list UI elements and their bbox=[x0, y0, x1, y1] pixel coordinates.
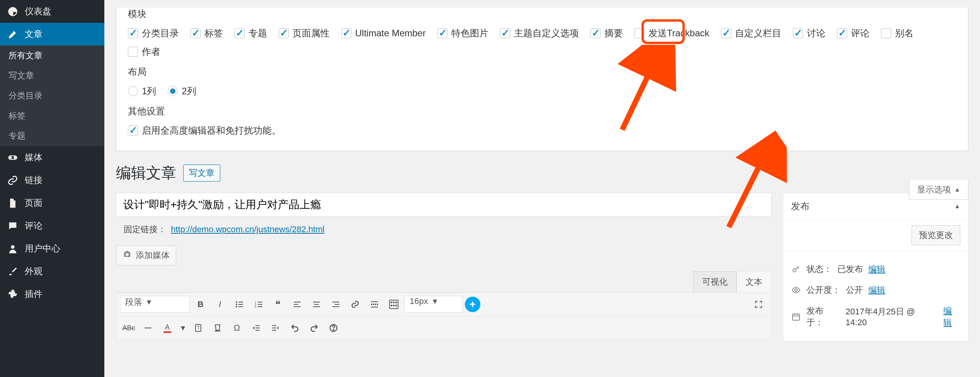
calendar-icon bbox=[791, 312, 801, 322]
module-checkbox-7[interactable] bbox=[590, 28, 601, 38]
edit-visibility-link[interactable]: 编辑 bbox=[868, 284, 885, 296]
module-label-0: 分类目录 bbox=[142, 27, 179, 39]
module-checkbox-0[interactable] bbox=[128, 28, 138, 38]
submenu-all-posts[interactable]: 所有文章 bbox=[0, 46, 104, 66]
fullheight-editor-checkbox[interactable] bbox=[128, 126, 138, 136]
module-option-7[interactable]: 摘要 bbox=[590, 27, 623, 39]
admin-sidebar: 仪表盘 文章 所有文章 写文章 分类目录 标签 专题 媒体 链接 页面 评论 用… bbox=[0, 0, 104, 377]
insert-more-button[interactable] bbox=[366, 296, 383, 313]
menu-users[interactable]: 用户中心 bbox=[0, 237, 104, 260]
screen-options-tab-label: 显示选项 bbox=[917, 184, 951, 195]
edit-status-link[interactable]: 编辑 bbox=[868, 263, 885, 275]
number-list-button[interactable]: 123 bbox=[250, 296, 267, 313]
strikethrough-button[interactable]: ABє bbox=[120, 319, 137, 336]
module-option-12[interactable]: 别名 bbox=[881, 27, 914, 39]
editor-column: 固定链接： http://demo.wpcom.cn/justnews/282.… bbox=[116, 193, 771, 353]
outdent-button[interactable] bbox=[248, 319, 265, 336]
toolbar-toggle-button[interactable] bbox=[385, 296, 402, 313]
other-heading: 其他设置 bbox=[128, 105, 956, 117]
submenu-new-post[interactable]: 写文章 bbox=[0, 66, 104, 86]
clear-formatting-button[interactable] bbox=[209, 319, 226, 336]
module-option-13[interactable]: 作者 bbox=[128, 46, 160, 58]
new-post-button[interactable]: 写文章 bbox=[183, 165, 220, 182]
bullet-list-button[interactable] bbox=[231, 296, 248, 313]
module-option-5[interactable]: 特色图片 bbox=[437, 27, 488, 39]
module-option-1[interactable]: 标签 bbox=[191, 27, 223, 39]
format-select[interactable]: 段落 ▾ bbox=[120, 296, 190, 313]
menu-links[interactable]: 链接 bbox=[0, 169, 104, 192]
text-color-dropdown[interactable]: ▾ bbox=[178, 319, 187, 336]
blockquote-button[interactable]: ❝ bbox=[269, 296, 286, 313]
submenu-categories[interactable]: 分类目录 bbox=[0, 86, 104, 106]
layout-2col[interactable]: 2列 bbox=[168, 85, 196, 97]
module-option-10[interactable]: 讨论 bbox=[793, 27, 825, 39]
module-checkbox-6[interactable] bbox=[500, 28, 510, 38]
submenu-topics[interactable]: 专题 bbox=[0, 126, 104, 146]
module-option-11[interactable]: 评论 bbox=[837, 27, 869, 39]
layout-1col[interactable]: 1列 bbox=[128, 85, 156, 97]
tab-visual[interactable]: 可视化 bbox=[693, 271, 737, 292]
module-checkbox-8[interactable] bbox=[635, 28, 645, 38]
post-title-input[interactable] bbox=[116, 193, 771, 217]
fullscreen-button[interactable] bbox=[750, 296, 767, 313]
permalink-label: 固定链接： bbox=[124, 224, 166, 234]
module-checkbox-3[interactable] bbox=[279, 28, 289, 38]
indent-button[interactable] bbox=[267, 319, 284, 336]
menu-media[interactable]: 媒体 bbox=[0, 146, 104, 169]
module-option-6[interactable]: 主题自定义选项 bbox=[500, 27, 579, 39]
add-block-button[interactable]: + bbox=[465, 297, 480, 312]
special-char-button[interactable]: Ω bbox=[228, 319, 245, 336]
tab-text[interactable]: 文本 bbox=[737, 271, 771, 292]
undo-button[interactable] bbox=[286, 319, 303, 336]
add-media-button[interactable]: 添加媒体 bbox=[116, 245, 176, 265]
module-option-4[interactable]: Ultimate Member bbox=[341, 27, 426, 39]
svg-rect-25 bbox=[371, 301, 378, 302]
menu-plugins[interactable]: 插件 bbox=[0, 283, 104, 306]
svg-rect-18 bbox=[294, 306, 301, 307]
preview-button[interactable]: 预览更改 bbox=[912, 225, 960, 245]
module-option-8[interactable]: 发送Trackback bbox=[635, 27, 709, 39]
module-option-2[interactable]: 专题 bbox=[235, 27, 267, 39]
permalink-url[interactable]: http://demo.wpcom.cn/justnews/282.html bbox=[171, 224, 324, 234]
menu-appearance[interactable]: 外观 bbox=[0, 260, 104, 283]
module-checkbox-10[interactable] bbox=[793, 28, 803, 38]
align-center-button[interactable] bbox=[308, 296, 325, 313]
align-right-button[interactable] bbox=[327, 296, 344, 313]
text-color-button[interactable]: A bbox=[159, 319, 176, 336]
module-checkbox-11[interactable] bbox=[837, 28, 847, 38]
menu-posts[interactable]: 文章 bbox=[0, 23, 104, 46]
module-checkbox-1[interactable] bbox=[191, 28, 201, 38]
svg-rect-29 bbox=[391, 302, 392, 303]
menu-pages[interactable]: 页面 bbox=[0, 192, 104, 214]
screen-options-tab[interactable]: 显示选项 ▲ bbox=[909, 180, 968, 200]
module-option-3[interactable]: 页面属性 bbox=[279, 27, 330, 39]
insert-link-button[interactable] bbox=[347, 296, 364, 313]
bold-button[interactable]: B bbox=[192, 296, 209, 313]
layout-1col-radio[interactable] bbox=[128, 86, 138, 96]
fullheight-editor-option[interactable]: 启用全高度编辑器和免打扰功能。 bbox=[128, 124, 281, 137]
submenu-tags[interactable]: 标签 bbox=[0, 106, 104, 126]
module-label-5: 特色图片 bbox=[451, 27, 488, 39]
module-checkbox-2[interactable] bbox=[235, 28, 245, 38]
media-icon bbox=[7, 152, 19, 163]
paste-text-button[interactable]: T bbox=[190, 319, 207, 336]
module-checkbox-4[interactable] bbox=[341, 28, 351, 38]
redo-button[interactable] bbox=[306, 319, 323, 336]
fontsize-select[interactable]: 16px ▾ bbox=[405, 296, 463, 313]
main-content: 模块 分类目录标签专题页面属性Ultimate Member特色图片主题自定义选… bbox=[104, 0, 980, 377]
page-title: 编辑文章 bbox=[116, 163, 176, 183]
menu-dashboard[interactable]: 仪表盘 bbox=[0, 0, 104, 23]
help-button[interactable] bbox=[325, 319, 342, 336]
hr-button[interactable] bbox=[140, 319, 157, 336]
align-left-button[interactable] bbox=[289, 296, 306, 313]
module-checkbox-13[interactable] bbox=[128, 47, 138, 57]
layout-2col-radio[interactable] bbox=[168, 86, 178, 96]
menu-comments[interactable]: 评论 bbox=[0, 214, 104, 237]
module-checkbox-9[interactable] bbox=[721, 28, 731, 38]
module-checkbox-5[interactable] bbox=[437, 28, 447, 38]
module-option-0[interactable]: 分类目录 bbox=[128, 27, 179, 39]
module-option-9[interactable]: 自定义栏目 bbox=[721, 27, 781, 39]
edit-published-link[interactable]: 编辑 bbox=[943, 305, 960, 328]
module-checkbox-12[interactable] bbox=[881, 28, 891, 38]
italic-button[interactable]: I bbox=[211, 296, 228, 313]
